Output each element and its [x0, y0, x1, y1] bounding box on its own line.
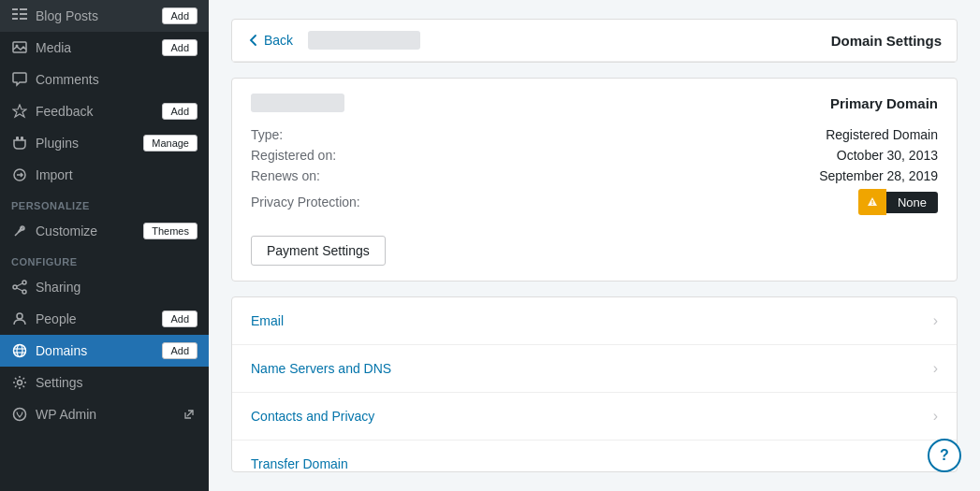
svg-line-15 [17, 283, 22, 286]
comment-icon [11, 71, 28, 88]
name-servers-chevron-icon: › [933, 360, 938, 377]
sidebar-item-wp-admin[interactable]: WP Admin [0, 398, 209, 430]
sidebar-item-media[interactable]: Media Add [0, 32, 209, 64]
sidebar-item-customize[interactable]: Customize Themes [0, 215, 209, 247]
sidebar-item-domains[interactable]: Domains Add [0, 335, 209, 367]
globe-icon [11, 342, 28, 359]
type-row: Type: Registered Domain [251, 127, 938, 142]
svg-point-19 [17, 345, 22, 357]
blog-posts-add-button[interactable]: Add [162, 7, 197, 24]
svg-text:!: ! [871, 198, 874, 207]
domain-options-list: Email › Name Servers and DNS › Contacts … [231, 296, 958, 472]
svg-rect-2 [12, 13, 18, 15]
media-add-button[interactable]: Add [162, 39, 197, 56]
people-add-button[interactable]: Add [162, 310, 197, 327]
privacy-row: Privacy Protection: ! None [251, 189, 938, 215]
header-domain-pill [308, 31, 420, 50]
main-content: Back Domain Settings Primary Domain Type… [209, 0, 980, 491]
svg-point-17 [17, 313, 22, 319]
svg-point-18 [14, 345, 26, 357]
name-servers-dns-label: Name Servers and DNS [251, 361, 391, 376]
svg-rect-3 [20, 13, 27, 15]
registered-label: Registered on: [251, 148, 336, 163]
domain-settings-title: Domain Settings [831, 33, 942, 49]
svg-rect-5 [20, 18, 27, 20]
settings-icon [11, 374, 28, 391]
payment-settings-button[interactable]: Payment Settings [251, 236, 386, 266]
privacy-toggle[interactable]: ! None [858, 189, 938, 215]
sidebar: Blog Posts Add Media Add Comment [0, 0, 209, 491]
sidebar-item-label-wp-admin: WP Admin [36, 407, 96, 422]
sidebar-item-label-domains: Domains [36, 343, 87, 358]
email-chevron-icon: › [933, 312, 938, 329]
sidebar-item-label-people: People [36, 311, 77, 326]
back-link[interactable]: Back [247, 33, 293, 48]
svg-rect-0 [12, 8, 18, 10]
type-value: Registered Domain [826, 127, 938, 142]
svg-line-16 [17, 288, 22, 291]
sidebar-item-people[interactable]: People Add [0, 303, 209, 335]
sidebar-item-plugins[interactable]: Plugins Manage [0, 127, 209, 159]
primary-domain-badge: Primary Domain [830, 95, 938, 111]
sidebar-item-label-customize: Customize [36, 224, 97, 238]
sidebar-item-label-sharing: Sharing [36, 280, 80, 295]
svg-point-23 [14, 409, 26, 421]
registered-value: October 30, 2013 [837, 148, 938, 163]
domain-pill-large [251, 94, 344, 112]
customize-icon [11, 223, 28, 239]
transfer-domain-label: Transfer Domain [251, 456, 348, 471]
domain-info-top: Primary Domain [251, 94, 938, 112]
sidebar-item-settings[interactable]: Settings [0, 367, 209, 398]
svg-rect-4 [12, 18, 18, 20]
domain-info-card: Primary Domain Type: Registered Domain R… [231, 78, 958, 282]
list-item-name-servers-dns[interactable]: Name Servers and DNS › [232, 345, 957, 393]
sidebar-item-label-settings: Settings [36, 375, 83, 390]
external-icon [181, 406, 197, 423]
renews-row: Renews on: September 28, 2019 [251, 168, 938, 183]
privacy-warning-icon: ! [858, 189, 886, 215]
domain-settings-header-card: Back Domain Settings [231, 19, 958, 63]
renews-value: September 28, 2019 [819, 168, 938, 183]
back-arrow-icon [247, 34, 260, 47]
sidebar-item-import[interactable]: Import [0, 159, 209, 191]
list-item-contacts-privacy[interactable]: Contacts and Privacy › [232, 393, 957, 440]
sidebar-item-feedback[interactable]: Feedback Add [0, 95, 209, 127]
svg-point-14 [22, 290, 26, 294]
sidebar-item-label-media: Media [36, 40, 71, 55]
domains-add-button[interactable]: Add [162, 342, 197, 359]
customize-themes-button[interactable]: Themes [143, 223, 197, 239]
configure-section-header: Configure [0, 247, 209, 271]
sidebar-item-sharing[interactable]: Sharing [0, 271, 209, 303]
sidebar-item-label-blog-posts: Blog Posts [36, 8, 98, 23]
email-label: Email [251, 313, 284, 328]
privacy-none-label: None [886, 192, 938, 213]
list-item-transfer-domain[interactable]: Transfer Domain › [232, 440, 957, 472]
privacy-label: Privacy Protection: [251, 195, 360, 209]
wp-icon [11, 406, 28, 423]
import-icon [11, 166, 28, 183]
sidebar-item-label-feedback: Feedback [36, 104, 93, 119]
image-icon [11, 39, 28, 56]
svg-point-22 [18, 381, 22, 385]
back-label: Back [264, 33, 293, 48]
svg-point-12 [22, 281, 26, 284]
grid-icon [11, 7, 28, 24]
domain-fields: Type: Registered Domain Registered on: O… [251, 127, 938, 215]
type-label: Type: [251, 127, 283, 142]
person-icon [11, 310, 28, 327]
list-item-email[interactable]: Email › [232, 297, 957, 345]
plugin-icon [11, 135, 28, 152]
sidebar-item-label-plugins: Plugins [36, 136, 79, 151]
renews-label: Renews on: [251, 168, 320, 183]
help-button[interactable]: ? [928, 439, 961, 472]
sidebar-item-comments[interactable]: Comments [0, 64, 209, 95]
feedback-add-button[interactable]: Add [162, 103, 197, 120]
svg-rect-1 [20, 8, 27, 10]
plugins-manage-button[interactable]: Manage [143, 135, 197, 152]
card-header: Back Domain Settings [232, 20, 957, 62]
feedback-icon [11, 103, 28, 120]
sidebar-item-blog-posts[interactable]: Blog Posts Add [0, 0, 209, 32]
registered-row: Registered on: October 30, 2013 [251, 148, 938, 163]
sidebar-item-label-import: Import [36, 167, 73, 182]
personalize-section-header: Personalize [0, 191, 209, 215]
